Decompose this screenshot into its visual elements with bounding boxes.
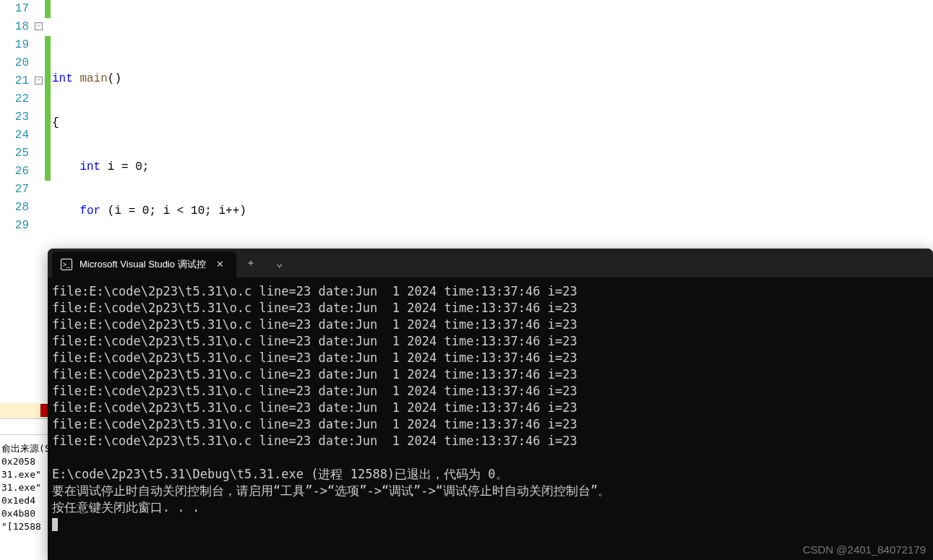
- output-row: 0x1ed4: [0, 494, 48, 507]
- keyword: for: [79, 204, 100, 217]
- func-name: main: [73, 72, 108, 85]
- output-row: 0x4b80: [0, 507, 48, 520]
- code-area[interactable]: int main() { int i = 0; for (i = 0; i < …: [52, 0, 933, 249]
- line-number: 26: [0, 163, 29, 181]
- line-number: 29: [0, 217, 29, 235]
- terminal-cursor: [52, 518, 58, 531]
- line-number: 25: [0, 145, 29, 163]
- change-marker: [45, 36, 51, 181]
- line-number: 23: [0, 108, 29, 126]
- terminal-icon: >_: [61, 259, 72, 270]
- stop-icon[interactable]: [40, 404, 48, 417]
- line-number: 21: [0, 72, 29, 90]
- new-tab-button[interactable]: ＋: [236, 249, 265, 277]
- fold-toggle[interactable]: −: [35, 22, 43, 30]
- fold-toggle[interactable]: −: [35, 77, 43, 85]
- line-number: 28: [0, 199, 29, 217]
- line-number: 20: [0, 54, 29, 72]
- line-number: 24: [0, 126, 29, 145]
- terminal-output[interactable]: file:E:\code\2p23\t5.31\o.c line=23 date…: [48, 277, 933, 538]
- terminal-window: >_ Microsoft Visual Studio 调试控 ✕ ＋ ⌄ fil…: [48, 249, 933, 560]
- terminal-tab-title: Microsoft Visual Studio 调试控: [79, 258, 206, 271]
- output-row: 0x2058: [0, 455, 48, 468]
- terminal-tab[interactable]: >_ Microsoft Visual Studio 调试控 ✕: [52, 251, 236, 277]
- change-marker: [45, 0, 51, 18]
- output-row: 31.exe": [0, 468, 48, 481]
- output-panel-fragment: 俞出来源(S 0x2058 31.exe" 31.exe" 0x1ed4 0x4…: [0, 403, 48, 533]
- line-number: 18: [0, 18, 29, 36]
- code-editor[interactable]: 17 18 19 20 21 22 23 24 25 26 27 28 29 −…: [0, 0, 933, 249]
- line-number: 17: [0, 0, 29, 18]
- output-source-label: 俞出来源(S: [0, 442, 48, 455]
- output-row: "[12588: [0, 520, 48, 533]
- line-number: 27: [0, 181, 29, 199]
- tab-dropdown-button[interactable]: ⌄: [265, 249, 294, 277]
- watermark: CSDN @2401_84072179: [803, 543, 926, 556]
- keyword: int: [52, 72, 73, 85]
- line-number-gutter: 17 18 19 20 21 22 23 24 25 26 27 28 29: [0, 0, 33, 249]
- line-number: 22: [0, 90, 29, 108]
- keyword: int: [79, 160, 100, 173]
- output-row: 31.exe": [0, 481, 48, 494]
- line-number: 19: [0, 36, 29, 54]
- terminal-titlebar[interactable]: >_ Microsoft Visual Studio 调试控 ✕ ＋ ⌄: [48, 249, 933, 277]
- editor-markers: − −: [33, 0, 52, 249]
- close-icon[interactable]: ✕: [213, 257, 228, 272]
